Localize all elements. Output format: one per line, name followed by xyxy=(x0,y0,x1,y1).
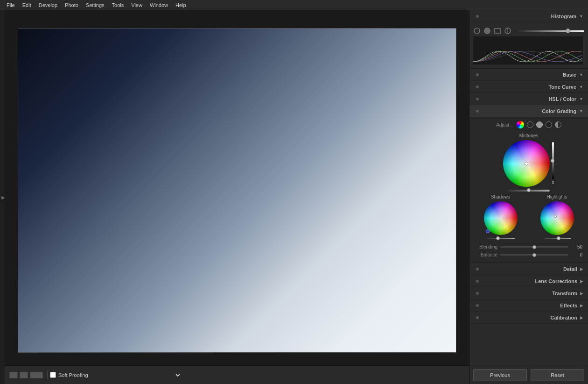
svg-point-1 xyxy=(484,28,490,34)
midtones-label: Midtones xyxy=(472,133,585,138)
shadows-label: Shadows xyxy=(491,194,510,199)
shadows-canvas[interactable] xyxy=(484,201,518,235)
effects-title: Effects xyxy=(560,303,577,308)
image-preview xyxy=(18,28,456,353)
histogram-header[interactable]: Histogram ▼ xyxy=(469,10,588,22)
menu-photo[interactable]: Photo xyxy=(61,1,82,9)
view-mode-icon[interactable] xyxy=(494,27,501,35)
lens-corrections-section-header[interactable]: Lens Corrections ▶ xyxy=(469,275,588,287)
color-grading-content: Adjust : Midtones xyxy=(469,117,588,263)
highlights-label: Highlights xyxy=(547,194,567,199)
clipping-shadows-icon[interactable] xyxy=(473,27,481,35)
highlights-hue-thumb xyxy=(557,236,560,240)
histogram-section: Histogram ▼ xyxy=(469,10,588,69)
hsl-title: HSL / Color xyxy=(548,96,576,102)
blending-row: Blending 50 xyxy=(472,243,585,251)
effects-section-header[interactable]: Effects ▶ xyxy=(469,299,588,312)
adjust-label: Adjust : xyxy=(496,122,511,128)
balance-slider[interactable] xyxy=(500,254,568,256)
midtones-hue-thumb xyxy=(527,188,531,192)
blending-slider[interactable] xyxy=(500,246,568,248)
grid-icon[interactable] xyxy=(504,27,511,35)
highlights-canvas[interactable] xyxy=(540,201,574,235)
menu-window[interactable]: Window xyxy=(146,1,172,9)
reset-button[interactable]: Reset xyxy=(531,369,584,381)
highlights-wheel-wrapper[interactable] xyxy=(540,201,574,235)
adjust-all-icon[interactable] xyxy=(517,121,524,128)
shadows-hue-slider[interactable] xyxy=(487,238,515,239)
menu-edit[interactable]: Edit xyxy=(19,1,35,9)
histogram-display xyxy=(473,36,583,64)
lens-collapse-icon: ▶ xyxy=(580,279,583,284)
basic-collapse-icon: ▼ xyxy=(579,72,583,77)
midtones-wheel-container: 0 xyxy=(503,140,554,192)
balance-thumb xyxy=(532,253,536,257)
detail-collapse-icon: ▶ xyxy=(580,267,583,271)
midtones-wheel-with-slider: 0 xyxy=(503,140,554,187)
blending-thumb xyxy=(532,245,536,249)
histogram-content xyxy=(469,22,588,69)
transform-collapse-icon: ▶ xyxy=(580,291,583,296)
navigation-buttons: Previous Reset xyxy=(469,366,588,384)
transform-dot xyxy=(476,292,479,295)
midtones-hue-slider[interactable] xyxy=(508,190,550,192)
compare-view-icon[interactable] xyxy=(20,372,28,378)
shadows-hue-thumb xyxy=(496,236,500,240)
profile-select[interactable] xyxy=(88,372,182,378)
previous-button[interactable]: Previous xyxy=(473,369,527,381)
detail-section-header[interactable]: Detail ▶ xyxy=(469,263,588,275)
basic-section-header[interactable]: Basic ▼ xyxy=(469,69,588,81)
soft-proofing-label: Soft Proofing xyxy=(58,372,88,378)
transform-section-header[interactable]: Transform ▶ xyxy=(469,287,588,299)
balance-label: Balance xyxy=(475,252,497,257)
menu-bar: File Edit Develop Photo Settings Tools V… xyxy=(0,0,588,10)
transform-title: Transform xyxy=(552,291,577,296)
calibration-collapse-icon: ▶ xyxy=(580,315,583,320)
color-grading-section-header[interactable]: Color Grading ▼ xyxy=(469,105,588,117)
midtones-brightness-slider[interactable] xyxy=(552,142,554,179)
menu-file[interactable]: File xyxy=(3,1,19,9)
clipping-highlights-icon[interactable] xyxy=(483,27,491,35)
blending-label: Blending xyxy=(475,244,497,249)
tone-curve-title: Tone Curve xyxy=(548,84,576,90)
menu-develop[interactable]: Develop xyxy=(35,1,61,9)
detail-dot xyxy=(476,268,479,270)
tone-curve-dot xyxy=(476,85,479,88)
view-mode-icons xyxy=(9,371,50,379)
color-grading-collapse-icon: ▼ xyxy=(579,109,583,114)
midtones-wheel-wrapper[interactable] xyxy=(503,140,550,187)
tone-curve-section-header[interactable]: Tone Curve ▼ xyxy=(469,81,588,93)
tone-curve-collapse-icon: ▼ xyxy=(579,85,583,89)
adjust-shadows-icon[interactable] xyxy=(527,121,533,128)
svg-rect-2 xyxy=(495,28,500,33)
survey-view-icon[interactable] xyxy=(30,372,43,378)
main-layout: ▶ Soft Proofing xyxy=(0,10,588,384)
menu-help[interactable]: Help xyxy=(172,1,190,9)
histogram-exposure-thumb[interactable] xyxy=(566,28,570,33)
menu-view[interactable]: View xyxy=(127,1,146,9)
soft-proofing-control: Soft Proofing xyxy=(50,372,88,378)
hsl-dot xyxy=(476,98,479,100)
menu-tools[interactable]: Tools xyxy=(108,1,128,9)
midtones-brightness-value: 0 xyxy=(552,180,554,185)
single-view-icon[interactable] xyxy=(9,372,18,378)
adjust-controls-row: Adjust : xyxy=(472,121,585,128)
histogram-collapse-icon: ▼ xyxy=(579,14,583,19)
highlights-hue-slider[interactable] xyxy=(543,238,571,239)
menu-settings[interactable]: Settings xyxy=(82,1,108,9)
calibration-section-header[interactable]: Calibration ▶ xyxy=(469,312,588,324)
adjust-global-icon[interactable] xyxy=(555,121,561,128)
histogram-dot xyxy=(476,15,479,18)
hsl-color-section-header[interactable]: HSL / Color ▼ xyxy=(469,93,588,105)
adjust-midtones-icon[interactable] xyxy=(536,121,543,128)
shadows-wheel-wrapper[interactable] xyxy=(484,201,518,235)
histogram-exposure-slider[interactable] xyxy=(514,30,584,32)
adjust-highlights-icon[interactable] xyxy=(546,121,552,128)
midtones-canvas[interactable] xyxy=(503,140,550,187)
shadows-highlights-wheels: Shadows Highlights xyxy=(472,194,585,239)
histogram-title: Histogram xyxy=(551,14,576,19)
soft-proofing-checkbox[interactable] xyxy=(50,372,56,378)
midtones-wheel-area: 0 xyxy=(472,140,585,192)
effects-collapse-icon: ▶ xyxy=(580,303,583,308)
bottom-toolbar: Soft Proofing xyxy=(5,365,469,384)
